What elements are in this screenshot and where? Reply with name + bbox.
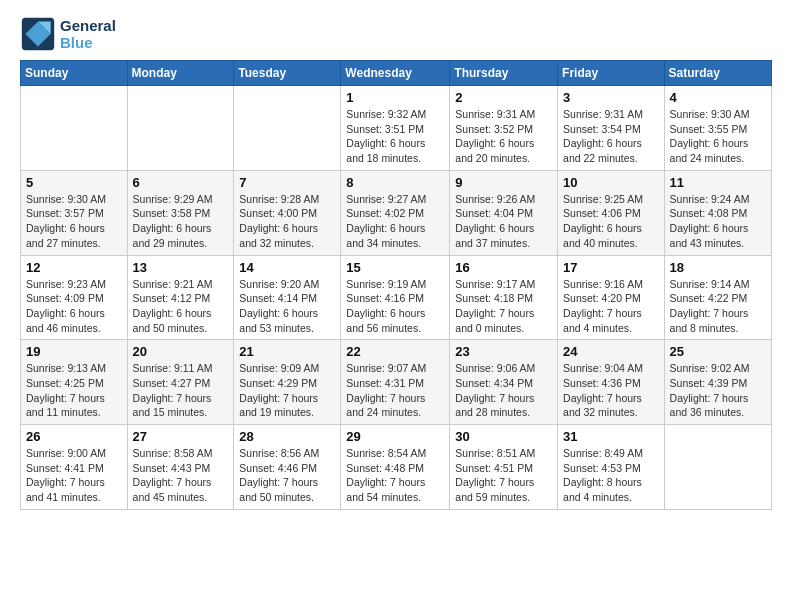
calendar-cell: 29Sunrise: 8:54 AMSunset: 4:48 PMDayligh… — [341, 425, 450, 510]
calendar-cell: 24Sunrise: 9:04 AMSunset: 4:36 PMDayligh… — [558, 340, 665, 425]
day-info: Sunrise: 9:23 AMSunset: 4:09 PMDaylight:… — [26, 277, 122, 336]
weekday-header-saturday: Saturday — [664, 61, 771, 86]
day-info: Sunrise: 8:58 AMSunset: 4:43 PMDaylight:… — [133, 446, 229, 505]
page: General Blue SundayMondayTuesdayWednesda… — [0, 0, 792, 530]
week-row-0: 1Sunrise: 9:32 AMSunset: 3:51 PMDaylight… — [21, 86, 772, 171]
day-info: Sunrise: 9:14 AMSunset: 4:22 PMDaylight:… — [670, 277, 766, 336]
logo-icon — [20, 16, 56, 52]
day-info: Sunrise: 9:31 AMSunset: 3:52 PMDaylight:… — [455, 107, 552, 166]
day-number: 11 — [670, 175, 766, 190]
calendar-cell: 16Sunrise: 9:17 AMSunset: 4:18 PMDayligh… — [450, 255, 558, 340]
day-info: Sunrise: 9:16 AMSunset: 4:20 PMDaylight:… — [563, 277, 659, 336]
day-number: 25 — [670, 344, 766, 359]
day-number: 28 — [239, 429, 335, 444]
day-info: Sunrise: 9:09 AMSunset: 4:29 PMDaylight:… — [239, 361, 335, 420]
calendar-cell: 28Sunrise: 8:56 AMSunset: 4:46 PMDayligh… — [234, 425, 341, 510]
week-row-3: 19Sunrise: 9:13 AMSunset: 4:25 PMDayligh… — [21, 340, 772, 425]
calendar-table: SundayMondayTuesdayWednesdayThursdayFrid… — [20, 60, 772, 510]
day-info: Sunrise: 9:07 AMSunset: 4:31 PMDaylight:… — [346, 361, 444, 420]
day-info: Sunrise: 9:11 AMSunset: 4:27 PMDaylight:… — [133, 361, 229, 420]
calendar-cell: 15Sunrise: 9:19 AMSunset: 4:16 PMDayligh… — [341, 255, 450, 340]
day-info: Sunrise: 9:31 AMSunset: 3:54 PMDaylight:… — [563, 107, 659, 166]
day-number: 1 — [346, 90, 444, 105]
day-number: 15 — [346, 260, 444, 275]
day-number: 13 — [133, 260, 229, 275]
day-number: 19 — [26, 344, 122, 359]
weekday-header-wednesday: Wednesday — [341, 61, 450, 86]
calendar-cell: 13Sunrise: 9:21 AMSunset: 4:12 PMDayligh… — [127, 255, 234, 340]
day-number: 23 — [455, 344, 552, 359]
day-number: 24 — [563, 344, 659, 359]
day-number: 18 — [670, 260, 766, 275]
day-number: 27 — [133, 429, 229, 444]
calendar-cell: 30Sunrise: 8:51 AMSunset: 4:51 PMDayligh… — [450, 425, 558, 510]
day-info: Sunrise: 9:04 AMSunset: 4:36 PMDaylight:… — [563, 361, 659, 420]
day-number: 22 — [346, 344, 444, 359]
day-number: 17 — [563, 260, 659, 275]
weekday-header-monday: Monday — [127, 61, 234, 86]
day-info: Sunrise: 8:54 AMSunset: 4:48 PMDaylight:… — [346, 446, 444, 505]
day-number: 6 — [133, 175, 229, 190]
day-info: Sunrise: 9:24 AMSunset: 4:08 PMDaylight:… — [670, 192, 766, 251]
day-number: 4 — [670, 90, 766, 105]
day-info: Sunrise: 8:49 AMSunset: 4:53 PMDaylight:… — [563, 446, 659, 505]
day-number: 29 — [346, 429, 444, 444]
weekday-header-tuesday: Tuesday — [234, 61, 341, 86]
calendar-cell: 9Sunrise: 9:26 AMSunset: 4:04 PMDaylight… — [450, 170, 558, 255]
calendar-cell: 31Sunrise: 8:49 AMSunset: 4:53 PMDayligh… — [558, 425, 665, 510]
weekday-row: SundayMondayTuesdayWednesdayThursdayFrid… — [21, 61, 772, 86]
calendar-cell: 22Sunrise: 9:07 AMSunset: 4:31 PMDayligh… — [341, 340, 450, 425]
day-info: Sunrise: 9:20 AMSunset: 4:14 PMDaylight:… — [239, 277, 335, 336]
day-info: Sunrise: 9:00 AMSunset: 4:41 PMDaylight:… — [26, 446, 122, 505]
calendar-cell — [21, 86, 128, 171]
logo-text: General Blue — [60, 17, 116, 52]
calendar-cell: 18Sunrise: 9:14 AMSunset: 4:22 PMDayligh… — [664, 255, 771, 340]
weekday-header-sunday: Sunday — [21, 61, 128, 86]
calendar-header: SundayMondayTuesdayWednesdayThursdayFrid… — [21, 61, 772, 86]
calendar-cell: 7Sunrise: 9:28 AMSunset: 4:00 PMDaylight… — [234, 170, 341, 255]
day-number: 30 — [455, 429, 552, 444]
day-info: Sunrise: 9:17 AMSunset: 4:18 PMDaylight:… — [455, 277, 552, 336]
calendar-cell: 10Sunrise: 9:25 AMSunset: 4:06 PMDayligh… — [558, 170, 665, 255]
day-info: Sunrise: 9:25 AMSunset: 4:06 PMDaylight:… — [563, 192, 659, 251]
calendar-cell: 5Sunrise: 9:30 AMSunset: 3:57 PMDaylight… — [21, 170, 128, 255]
day-number: 12 — [26, 260, 122, 275]
calendar-cell: 12Sunrise: 9:23 AMSunset: 4:09 PMDayligh… — [21, 255, 128, 340]
week-row-2: 12Sunrise: 9:23 AMSunset: 4:09 PMDayligh… — [21, 255, 772, 340]
day-info: Sunrise: 9:30 AMSunset: 3:55 PMDaylight:… — [670, 107, 766, 166]
calendar-cell: 27Sunrise: 8:58 AMSunset: 4:43 PMDayligh… — [127, 425, 234, 510]
calendar-cell: 8Sunrise: 9:27 AMSunset: 4:02 PMDaylight… — [341, 170, 450, 255]
header: General Blue — [20, 16, 772, 52]
logo: General Blue — [20, 16, 116, 52]
calendar-cell: 14Sunrise: 9:20 AMSunset: 4:14 PMDayligh… — [234, 255, 341, 340]
week-row-1: 5Sunrise: 9:30 AMSunset: 3:57 PMDaylight… — [21, 170, 772, 255]
day-info: Sunrise: 8:56 AMSunset: 4:46 PMDaylight:… — [239, 446, 335, 505]
calendar-cell: 21Sunrise: 9:09 AMSunset: 4:29 PMDayligh… — [234, 340, 341, 425]
day-number: 31 — [563, 429, 659, 444]
calendar-cell: 3Sunrise: 9:31 AMSunset: 3:54 PMDaylight… — [558, 86, 665, 171]
calendar-cell: 26Sunrise: 9:00 AMSunset: 4:41 PMDayligh… — [21, 425, 128, 510]
calendar-cell: 25Sunrise: 9:02 AMSunset: 4:39 PMDayligh… — [664, 340, 771, 425]
calendar-cell: 4Sunrise: 9:30 AMSunset: 3:55 PMDaylight… — [664, 86, 771, 171]
day-info: Sunrise: 9:02 AMSunset: 4:39 PMDaylight:… — [670, 361, 766, 420]
day-number: 26 — [26, 429, 122, 444]
day-number: 21 — [239, 344, 335, 359]
day-number: 9 — [455, 175, 552, 190]
calendar-cell: 6Sunrise: 9:29 AMSunset: 3:58 PMDaylight… — [127, 170, 234, 255]
day-number: 2 — [455, 90, 552, 105]
day-number: 8 — [346, 175, 444, 190]
weekday-header-thursday: Thursday — [450, 61, 558, 86]
calendar-cell — [127, 86, 234, 171]
calendar-cell — [664, 425, 771, 510]
day-info: Sunrise: 9:13 AMSunset: 4:25 PMDaylight:… — [26, 361, 122, 420]
day-info: Sunrise: 8:51 AMSunset: 4:51 PMDaylight:… — [455, 446, 552, 505]
day-number: 20 — [133, 344, 229, 359]
day-number: 7 — [239, 175, 335, 190]
day-info: Sunrise: 9:26 AMSunset: 4:04 PMDaylight:… — [455, 192, 552, 251]
day-info: Sunrise: 9:28 AMSunset: 4:00 PMDaylight:… — [239, 192, 335, 251]
calendar-cell: 1Sunrise: 9:32 AMSunset: 3:51 PMDaylight… — [341, 86, 450, 171]
day-info: Sunrise: 9:32 AMSunset: 3:51 PMDaylight:… — [346, 107, 444, 166]
day-number: 3 — [563, 90, 659, 105]
calendar-cell: 2Sunrise: 9:31 AMSunset: 3:52 PMDaylight… — [450, 86, 558, 171]
day-info: Sunrise: 9:29 AMSunset: 3:58 PMDaylight:… — [133, 192, 229, 251]
